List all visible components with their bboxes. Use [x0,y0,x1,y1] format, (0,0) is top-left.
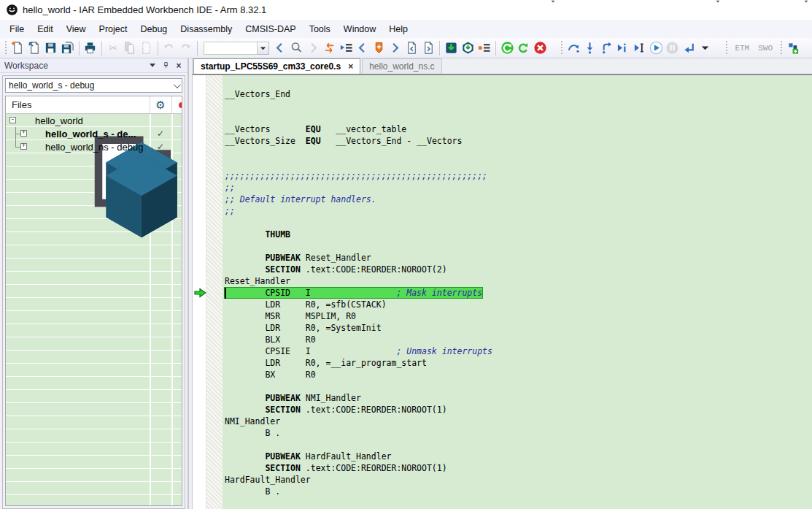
code-line [225,497,812,509]
new-document-icon[interactable] [9,39,26,57]
stop-debugging-icon[interactable] [681,39,697,57]
save-icon[interactable] [42,39,59,57]
toolbar-separator [101,41,102,56]
quick-search-box [204,42,269,55]
redo-icon[interactable] [177,39,194,57]
add-component-icon[interactable] [785,39,802,57]
step-out-icon[interactable] [598,39,615,57]
previous-bookmark-icon[interactable] [355,39,371,57]
print-icon[interactable] [82,39,98,57]
open-file-icon[interactable] [26,39,43,57]
panel-menu-icon[interactable] [147,61,158,71]
source-code[interactable]: __Vectors_End__Vectors EQU __vector_tabl… [223,75,812,509]
step-into-icon[interactable] [582,39,599,57]
copy-icon[interactable] [121,39,138,57]
previous-document-icon[interactable] [403,39,420,57]
menu-cmsis-dap[interactable]: CMSIS-DAP [239,21,302,37]
step-over-icon[interactable] [565,39,582,57]
debug-dropdown-icon[interactable] [697,39,714,57]
combo-dropdown-icon[interactable] [258,42,269,55]
go-icon[interactable] [648,39,665,57]
code-line: __Vectors_End [225,88,812,100]
reset-icon[interactable] [499,39,516,57]
close-icon[interactable]: × [173,61,185,71]
tree-row[interactable]: -hello_world [6,114,182,127]
run-to-cursor-icon[interactable] [631,39,648,57]
refresh-icon[interactable] [516,39,533,57]
tab-startup-lpc55s69-cm33-core0-s[interactable]: startup_LPC55S69_cm33_core0.s× [193,58,360,74]
next-document-icon[interactable] [420,39,437,57]
title-bar: hello_world - IAR Embedded Workbench IDE… [0,0,812,20]
cut-icon[interactable] [105,39,122,57]
search-input[interactable] [204,42,258,55]
execution-arrow-icon [194,288,206,298]
workspace-panel: Workspace × hello_world_s - debug Files … [0,58,188,509]
tree-expander-icon[interactable]: - [9,117,16,123]
menu-project[interactable]: Project [93,21,134,37]
menu-edit[interactable]: Edit [31,21,60,37]
find-icon[interactable] [288,39,305,57]
code-line: ;; [225,205,812,217]
code-line [225,147,812,158]
code-line [225,100,812,112]
toolbar-grip[interactable] [779,41,783,56]
tab-hello-world-ns-c[interactable]: hello_world_ns.c [362,58,441,74]
chevron-down-icon [174,81,181,88]
undo-icon[interactable] [161,39,177,57]
project-cube-icon [32,129,43,139]
configuration-selector[interactable]: hello_world_s - debug [5,78,182,93]
code-line: B . [225,486,812,497]
code-line: CPSID I ; Mask interrupts [225,287,812,299]
debug-without-downloading-icon[interactable] [460,39,476,57]
menu-help[interactable]: Help [382,21,414,37]
tree-expander-icon[interactable]: + [20,143,27,150]
save-all-icon[interactable] [59,39,76,57]
next-statement-icon[interactable] [615,39,632,57]
code-line: SECTION .text:CODE:REORDER:NOROOT(2) [225,264,812,275]
breakpoints-window-icon[interactable] [476,39,493,57]
menu-tools[interactable]: Tools [303,21,337,37]
menu-debug[interactable]: Debug [134,21,174,37]
go-to-icon[interactable] [338,39,355,57]
toolbar-overflow-icon[interactable] [802,40,811,56]
toolbar-grip[interactable] [724,41,728,56]
code-line: THUMB [225,229,812,240]
code-line: HardFault_Handler [225,474,812,486]
red-dot-icon[interactable] [171,102,182,108]
swo-button[interactable]: SWO [754,40,777,56]
menu-view[interactable]: View [60,21,93,37]
menu-file[interactable]: File [3,21,31,37]
navigate-back-forward-icon[interactable] [321,39,338,57]
tab-label: startup_LPC55S69_cm33_core0.s [201,61,341,72]
code-view: __Vectors_End__Vectors EQU __vector_tabl… [193,75,812,509]
toolbar-grip[interactable] [4,41,7,56]
workspace-body: hello_world_s - debug Files ⚙ -hello_wor… [2,75,185,509]
break-stop-icon[interactable] [532,39,549,57]
pause-icon[interactable] [664,39,681,57]
next-bookmark-icon[interactable] [387,39,404,57]
code-line: LDR R0, =__iar_program_start [225,357,812,369]
editor-area: startup_LPC55S69_cm33_core0.s×hello_worl… [193,58,812,509]
etm-button[interactable]: ETM [730,40,754,56]
pin-icon[interactable] [160,61,171,71]
tree-expander-icon[interactable]: + [20,130,27,137]
find-previous-icon[interactable] [272,39,289,57]
gear-icon[interactable]: ⚙ [150,97,171,113]
paste-icon[interactable] [138,39,155,57]
download-and-debug-icon[interactable] [443,39,460,57]
toggle-bookmark-icon[interactable] [371,39,387,57]
menu-disassembly[interactable]: Disassembly [174,21,239,37]
tab-close-icon[interactable]: × [348,61,353,72]
tree-row[interactable]: +hello_world_s - de...✓ [6,127,182,140]
menu-window[interactable]: Window [337,21,382,37]
find-next-icon[interactable] [305,39,322,57]
tree-row[interactable]: +hello_world_ns - debug✓ [6,140,182,153]
code-line: CPSIE I ; Unmask interrupts [225,345,812,357]
code-line [225,240,812,252]
toolbar-overflow-icon[interactable] [549,40,557,56]
toolbar-grip[interactable] [560,41,563,56]
files-table: Files ⚙ -hello_world+hello_world_s - de.… [5,96,182,506]
toolbar-overflow-icon[interactable] [714,40,722,56]
editor-margin [193,75,206,509]
breakpoint-gutter[interactable] [206,75,223,509]
